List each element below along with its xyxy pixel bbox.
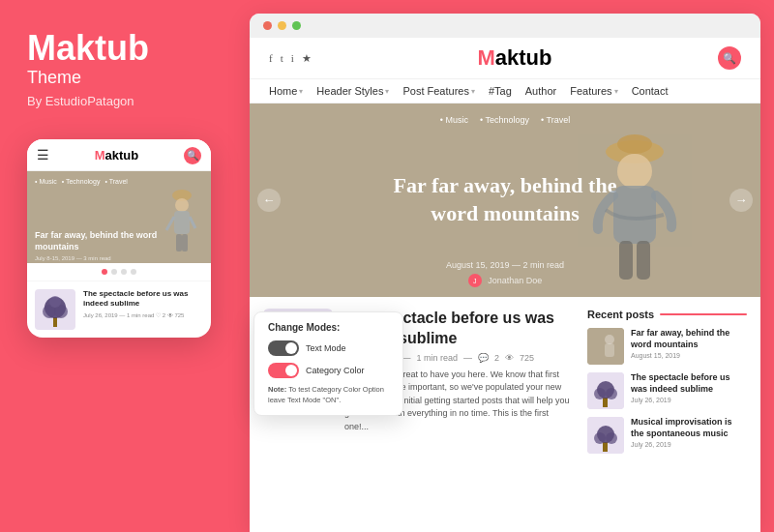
recent-posts-divider [660,313,747,315]
nav-post-features[interactable]: Post Features ▾ [402,85,474,97]
post-separator-2: — [463,353,472,363]
recent-post-2-title: The spectacle before us was indeed subli… [631,372,747,395]
mobile-post-thumbnail [35,289,75,330]
recent-post-3-thumb [587,417,624,454]
svg-point-36 [594,432,606,444]
hero-prev-button[interactable]: ← [257,189,281,212]
svg-rect-18 [637,241,650,280]
mobile-tag-music: Music [35,178,57,185]
search-icon: 🔍 [187,150,198,161]
mobile-preview: ☰ Maktub 🔍 Music Technology Travel Far f… [27,139,211,338]
text-mode-row[interactable]: Text Mode [268,340,389,356]
recent-post-1[interactable]: Far far away, behind the word mountains … [587,328,747,365]
social-links: f t i ★ [269,52,312,65]
nav-author[interactable]: Author [525,85,556,97]
nav-home[interactable]: Home ▾ [269,85,303,97]
recent-post-2[interactable]: The spectacle before us was indeed subli… [587,372,747,409]
text-mode-toggle[interactable] [268,340,299,356]
hero-figure [567,113,702,297]
mobile-search-button[interactable]: 🔍 [184,147,201,164]
recent-post-3[interactable]: Musical improvisation is the spontaneous… [587,417,747,454]
nav-features[interactable]: Features ▾ [570,85,617,97]
category-color-label: Category Color [306,366,365,375]
nav-author-label: Author [525,85,556,97]
pagination-dot-2[interactable] [111,269,117,275]
recent-post-1-date: August 15, 2019 [631,352,747,359]
brand-title: Maktub [27,29,149,68]
text-mode-thumb [285,342,297,354]
svg-point-37 [606,432,617,444]
mobile-logo: Maktub [95,148,139,163]
mobile-hero: Music Technology Travel Far far away, be… [27,171,211,263]
nav-features-label: Features [570,85,611,97]
site-search-button[interactable]: 🔍 [718,46,741,70]
views-icon: 👁 [505,353,514,363]
comment-icon: 💬 [478,353,489,363]
hero-tag-travel: Travel [541,115,570,125]
hero-tag-music: Music [440,115,468,125]
site-navigation: Home ▾ Header Styles ▾ Post Features ▾ #… [250,79,760,103]
post-views: 725 [520,353,534,363]
brand-subtitle: Theme [27,68,81,88]
nav-post-features-arrow: ▾ [471,87,475,96]
recent-post-1-thumb [587,328,624,365]
instagram-icon[interactable]: i [291,52,294,64]
mobile-tag-travel: Travel [104,178,127,185]
mobile-post-info: The spectacle before us was indeed subli… [83,289,203,319]
rss-icon[interactable]: ★ [302,52,312,65]
post-comments: 2 [494,353,499,363]
browser-dot-red [263,21,272,30]
recent-posts-title: Recent posts [587,309,654,320]
mobile-post-card: The spectacle before us was indeed subli… [27,281,211,338]
svg-rect-8 [53,317,57,327]
text-mode-label: Text Mode [306,343,346,353]
nav-tag[interactable]: #Tag [489,85,512,97]
svg-point-31 [594,388,606,399]
hero-author-name: Jonathan Doe [488,276,542,285]
svg-point-32 [606,388,617,399]
svg-rect-29 [603,398,608,407]
svg-point-12 [49,296,61,308]
recent-thumb-3-image [587,417,624,454]
svg-rect-17 [619,241,633,280]
site-header: f t i ★ Maktub 🔍 [250,38,760,79]
pagination-dot-4[interactable] [131,269,136,275]
svg-rect-34 [603,442,608,452]
post-read-time: 1 min read [417,353,459,363]
hero-illustration [577,123,693,297]
nav-contact[interactable]: Contact [632,85,669,97]
nav-header-styles-arrow: ▾ [385,87,389,96]
browser-bar [250,14,760,38]
category-color-thumb [285,365,297,376]
pagination-dot-3[interactable] [121,269,127,275]
recent-post-2-date: July 26, 2019 [631,397,747,403]
pagination-dot-1[interactable] [102,269,107,275]
category-color-row[interactable]: Category Color [268,363,389,378]
hamburger-icon[interactable]: ☰ [37,147,49,163]
logo-accent: M [477,45,494,70]
svg-point-14 [617,134,652,154]
site-logo: Maktub [477,45,551,71]
twitter-icon[interactable]: t [281,52,283,64]
mobile-tag-technology: Technology [62,178,101,185]
recent-thumb-1-image [587,328,624,365]
nav-features-arrow: ▾ [614,87,618,96]
hero-next-button[interactable]: → [729,189,753,212]
browser-content: f t i ★ Maktub 🔍 Home ▾ Header Styles ▾ [250,38,760,532]
mobile-post-meta: July 26, 2019 — 1 min read ♡ 2 👁 725 [83,311,203,318]
browser-dot-yellow [278,21,286,30]
mobile-hero-tags: Music Technology Travel [35,178,128,185]
recent-post-3-info: Musical improvisation is the spontaneous… [631,417,747,448]
mobile-post-title: The spectacle before us was indeed subli… [83,289,203,310]
svg-line-3 [166,217,174,230]
category-color-toggle[interactable] [268,363,299,378]
svg-rect-27 [605,343,614,357]
mobile-hero-meta: July 8-15, 2019 — 3 min read [35,255,111,261]
popup-note: Note: To test Category Color Option leav… [268,385,389,405]
search-icon: 🔍 [723,52,736,65]
nav-header-styles[interactable]: Header Styles ▾ [316,85,389,97]
recent-post-2-info: The spectacle before us was indeed subli… [631,372,747,403]
facebook-icon[interactable]: f [269,52,273,64]
nav-contact-label: Contact [632,85,669,97]
svg-point-26 [605,335,614,344]
